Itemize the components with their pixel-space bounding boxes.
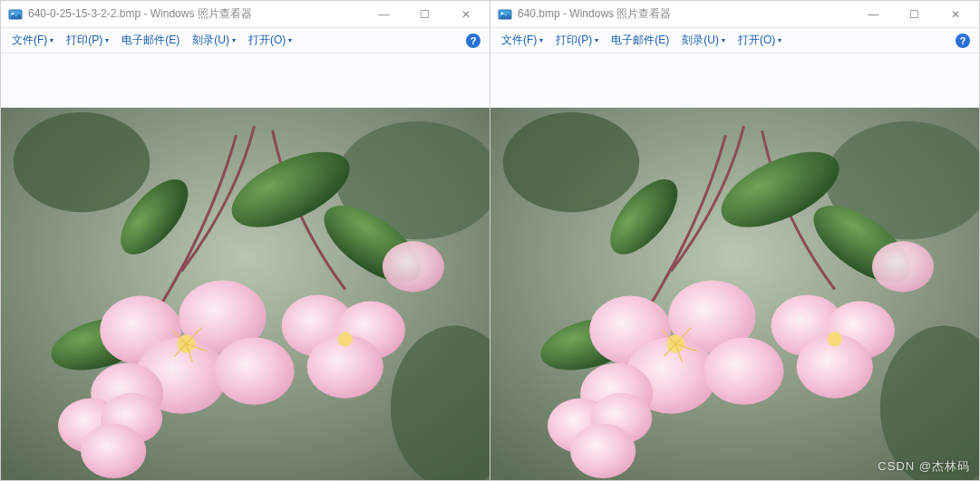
photo-viewer-window-right: 640.bmp - Windows 照片查看器 — ☐ ✕ 文件(F)▾ 打印(… <box>490 0 980 481</box>
svg-point-53 <box>828 332 842 347</box>
svg-point-28 <box>383 241 444 292</box>
menu-file[interactable]: 文件(F)▾ <box>496 30 548 51</box>
minimize-button[interactable]: — <box>853 2 894 27</box>
chevron-down-icon: ▾ <box>232 36 236 44</box>
titlebar[interactable]: 640-0-25-15-3-2-2.bmp - Windows 照片查看器 — … <box>1 1 490 28</box>
menubar: 文件(F)▾ 打印(P)▾ 电子邮件(E) 刻录(U)▾ 打开(O)▾ ? <box>1 28 490 53</box>
help-icon: ? <box>960 35 966 46</box>
menu-email[interactable]: 电子邮件(E) <box>606 30 674 51</box>
chevron-down-icon: ▾ <box>595 36 598 44</box>
photo-image <box>1 108 490 480</box>
window-title: 640.bmp - Windows 照片查看器 <box>518 6 853 22</box>
help-icon: ? <box>471 35 477 46</box>
photo-viewer-window-left: 640-0-25-15-3-2-2.bmp - Windows 照片查看器 — … <box>0 0 490 481</box>
app-icon <box>8 7 23 22</box>
chevron-down-icon: ▾ <box>105 36 109 44</box>
photo-image <box>490 108 979 480</box>
svg-point-57 <box>872 241 934 292</box>
menu-burn[interactable]: 刻录(U)▾ <box>676 30 731 51</box>
minimize-icon: — <box>379 8 390 21</box>
chevron-down-icon: ▾ <box>722 36 725 44</box>
chevron-down-icon: ▾ <box>50 36 53 44</box>
menu-email[interactable]: 电子邮件(E) <box>116 30 185 51</box>
close-button[interactable]: ✕ <box>445 2 486 27</box>
svg-point-27 <box>81 424 146 478</box>
menu-open[interactable]: 打开(O)▾ <box>243 30 297 51</box>
app-icon <box>498 7 512 22</box>
toolbar-strip <box>490 53 979 108</box>
svg-point-13 <box>214 338 294 405</box>
svg-point-32 <box>503 112 639 212</box>
menu-file[interactable]: 文件(F)▾ <box>6 30 59 51</box>
svg-point-42 <box>703 338 783 405</box>
chevron-down-icon: ▾ <box>539 36 543 44</box>
help-button[interactable]: ? <box>466 34 480 48</box>
image-viewport[interactable] <box>1 108 490 480</box>
menubar: 文件(F)▾ 打印(P)▾ 电子邮件(E) 刻录(U)▾ 打开(O)▾ ? <box>490 28 979 53</box>
minimize-icon: — <box>868 8 879 21</box>
svg-point-3 <box>14 112 150 212</box>
svg-point-1 <box>12 12 15 14</box>
menu-open[interactable]: 打开(O)▾ <box>733 30 787 51</box>
maximize-icon: ☐ <box>909 8 919 21</box>
image-viewport[interactable]: CSDN @杰林码 <box>490 108 979 480</box>
chevron-down-icon: ▾ <box>288 36 292 44</box>
menu-print[interactable]: 打印(P)▾ <box>550 30 604 51</box>
chevron-down-icon: ▾ <box>778 36 781 44</box>
maximize-icon: ☐ <box>420 8 430 21</box>
svg-point-56 <box>570 424 636 478</box>
minimize-button[interactable]: — <box>364 2 404 27</box>
close-icon: ✕ <box>951 8 960 21</box>
svg-point-30 <box>501 12 504 14</box>
help-button[interactable]: ? <box>956 34 970 48</box>
window-controls: — ☐ ✕ <box>364 2 486 27</box>
svg-point-24 <box>338 332 353 347</box>
menu-burn[interactable]: 刻录(U)▾ <box>187 30 241 51</box>
close-button[interactable]: ✕ <box>935 2 975 27</box>
close-icon: ✕ <box>461 8 471 21</box>
toolbar-strip <box>1 53 490 108</box>
maximize-button[interactable]: ☐ <box>894 2 935 27</box>
menu-print[interactable]: 打印(P)▾ <box>61 30 114 51</box>
window-title: 640-0-25-15-3-2-2.bmp - Windows 照片查看器 <box>28 6 364 22</box>
window-controls: — ☐ ✕ <box>853 2 975 27</box>
titlebar[interactable]: 640.bmp - Windows 照片查看器 — ☐ ✕ <box>490 1 979 28</box>
maximize-button[interactable]: ☐ <box>404 2 445 27</box>
watermark: CSDN @杰林码 <box>878 458 970 475</box>
